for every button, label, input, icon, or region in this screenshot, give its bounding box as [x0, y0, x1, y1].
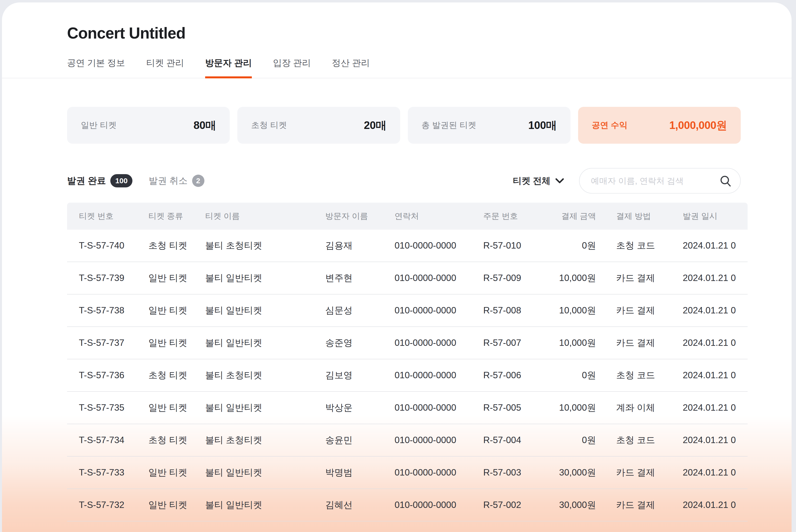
table-row[interactable]: T-S-57-732 일반 티켓 불티 일반티켓 김혜선 010-0000-00… [67, 489, 747, 521]
table-row[interactable]: T-S-57-739 일반 티켓 불티 일반티켓 변주현 010-0000-00… [67, 262, 747, 294]
cell-ticket-number: T-S-57-733 [79, 468, 148, 478]
cell-payment-method: 초청 코드 [596, 240, 681, 252]
cell-visitor-name: 박상운 [325, 402, 395, 414]
stat-label: 공연 수익 [592, 120, 627, 131]
ticket-type-dropdown-value: 티켓 전체 [513, 175, 551, 187]
stat-card-total-issued: 총 발권된 티켓 100매 [408, 107, 570, 144]
stat-value: 80매 [194, 118, 216, 133]
cell-visitor-name: 변주현 [325, 272, 395, 284]
table-row[interactable]: T-S-57-740 초청 티켓 불티 초청티켓 김용재 010-0000-00… [67, 230, 747, 262]
cell-visitor-name: 송윤민 [325, 434, 395, 446]
cell-ticket-number: T-S-57-739 [79, 273, 148, 283]
cell-payment-method: 카드 결제 [596, 499, 681, 511]
table-row[interactable]: T-S-57-736 초청 티켓 불티 초청티켓 김보영 010-0000-00… [67, 359, 747, 392]
cell-issued-at: 2024.01.21 0 [681, 435, 746, 445]
cell-payment-method: 카드 결제 [596, 304, 681, 317]
cell-payment-method: 초청 코드 [596, 369, 681, 381]
cell-payment-amount: 30,000원 [547, 467, 596, 479]
stat-value: 100매 [528, 118, 556, 133]
cell-order-number: R-57-008 [483, 305, 547, 316]
filter-label: 발권 완료 [67, 175, 106, 187]
cell-payment-method: 카드 결제 [596, 337, 681, 349]
cell-ticket-name: 불티 초청티켓 [205, 369, 325, 381]
partial-next-row [67, 521, 747, 532]
cell-contact: 010-0000-0000 [395, 305, 483, 316]
tab-entry-management[interactable]: 입장 관리 [273, 57, 311, 78]
cell-issued-at: 2024.01.21 0 [681, 338, 746, 348]
cell-payment-amount: 10,000원 [547, 402, 596, 414]
tab-settlement-management[interactable]: 정산 관리 [332, 57, 370, 78]
stat-label: 일반 티켓 [81, 120, 116, 131]
cell-contact: 010-0000-0000 [395, 338, 483, 348]
cell-payment-method: 카드 결제 [596, 272, 681, 284]
cell-contact: 010-0000-0000 [395, 402, 483, 413]
stat-card-general-tickets: 일반 티켓 80매 [67, 107, 230, 144]
search-box [579, 168, 741, 193]
table-header-row: 티켓 번호 티켓 종류 티켓 이름 방문자 이름 연락처 주문 번호 결제 금액… [67, 203, 747, 230]
issued-count-badge: 100 [110, 174, 132, 187]
cell-ticket-type: 일반 티켓 [148, 304, 205, 317]
cell-visitor-name: 송준영 [325, 337, 395, 349]
search-input[interactable] [579, 168, 741, 193]
cell-payment-amount: 10,000원 [547, 337, 596, 349]
cell-payment-amount: 30,000원 [547, 499, 596, 511]
cell-order-number: R-57-004 [483, 435, 547, 445]
cell-ticket-name: 불티 일반티켓 [205, 402, 325, 414]
table-row[interactable]: T-S-57-735 일반 티켓 불티 일반티켓 박상운 010-0000-00… [67, 392, 747, 424]
cell-ticket-type: 초청 티켓 [148, 434, 205, 446]
cell-issued-at: 2024.01.21 0 [681, 305, 746, 316]
filter-issued-canceled[interactable]: 발권 취소 2 [149, 175, 204, 187]
cell-contact: 010-0000-0000 [395, 435, 483, 445]
cell-order-number: R-57-002 [483, 500, 547, 510]
cell-order-number: R-57-003 [483, 468, 547, 478]
canceled-count-badge: 2 [192, 175, 204, 187]
cell-ticket-name: 불티 일반티켓 [205, 337, 325, 349]
main-panel: Concert Untitled 공연 기본 정보 티켓 관리 방문자 관리 입… [2, 2, 792, 532]
cell-contact: 010-0000-0000 [395, 468, 483, 478]
cell-ticket-name: 불티 일반티켓 [205, 467, 325, 479]
cell-ticket-name: 불티 일반티켓 [205, 304, 325, 317]
col-header-payment-method: 결제 방법 [596, 211, 681, 222]
cell-issued-at: 2024.01.21 0 [681, 500, 746, 510]
search-icon[interactable] [720, 175, 732, 187]
col-header-ticket-type: 티켓 종류 [148, 211, 205, 222]
cell-payment-amount: 0원 [547, 369, 596, 381]
table-row[interactable]: T-S-57-738 일반 티켓 불티 일반티켓 심문성 010-0000-00… [67, 294, 747, 327]
cell-ticket-name: 불티 일반티켓 [205, 499, 325, 511]
visitor-table: 티켓 번호 티켓 종류 티켓 이름 방문자 이름 연락처 주문 번호 결제 금액… [67, 203, 747, 532]
tab-performance-info[interactable]: 공연 기본 정보 [67, 57, 125, 78]
cell-ticket-type: 일반 티켓 [148, 499, 205, 511]
table-row[interactable]: T-S-57-733 일반 티켓 불티 일반티켓 박명범 010-0000-00… [67, 457, 747, 489]
cell-payment-amount: 0원 [547, 240, 596, 252]
cell-payment-amount: 10,000원 [547, 304, 596, 317]
cell-ticket-number: T-S-57-740 [79, 241, 148, 251]
tab-ticket-management[interactable]: 티켓 관리 [146, 57, 184, 78]
cell-visitor-name: 박명범 [325, 467, 395, 479]
cell-visitor-name: 김보영 [325, 369, 395, 381]
cell-contact: 010-0000-0000 [395, 273, 483, 283]
cell-order-number: R-57-009 [483, 273, 547, 283]
cell-contact: 010-0000-0000 [395, 370, 483, 380]
cell-issued-at: 2024.01.21 0 [681, 402, 746, 413]
cell-issued-at: 2024.01.21 0 [681, 468, 746, 478]
cell-contact: 010-0000-0000 [395, 241, 483, 251]
cell-payment-amount: 10,000원 [547, 272, 596, 284]
stat-value: 1,000,000원 [669, 118, 727, 133]
cell-payment-method: 계좌 이체 [596, 402, 681, 414]
table-row[interactable]: T-S-57-734 초청 티켓 불티 초청티켓 송윤민 010-0000-00… [67, 424, 747, 457]
col-header-payment-amount: 결제 금액 [547, 211, 596, 222]
page-title: Concert Untitled [67, 23, 792, 43]
tab-visitor-management[interactable]: 방문자 관리 [205, 57, 252, 78]
stat-label: 총 발권된 티켓 [422, 120, 476, 131]
cell-ticket-name: 불티 초청티켓 [205, 434, 325, 446]
cell-order-number: R-57-007 [483, 338, 547, 348]
ticket-type-dropdown[interactable]: 티켓 전체 [513, 175, 564, 187]
cell-ticket-name: 불티 일반티켓 [205, 272, 325, 284]
filter-issued-complete[interactable]: 발권 완료 100 [67, 174, 132, 187]
cell-order-number: R-57-006 [483, 370, 547, 380]
table-row[interactable]: T-S-57-737 일반 티켓 불티 일반티켓 송준영 010-0000-00… [67, 327, 747, 359]
cell-issued-at: 2024.01.21 0 [681, 273, 746, 283]
cell-visitor-name: 심문성 [325, 304, 395, 317]
col-header-order-number: 주문 번호 [483, 211, 547, 222]
cell-ticket-number: T-S-57-735 [79, 402, 148, 413]
